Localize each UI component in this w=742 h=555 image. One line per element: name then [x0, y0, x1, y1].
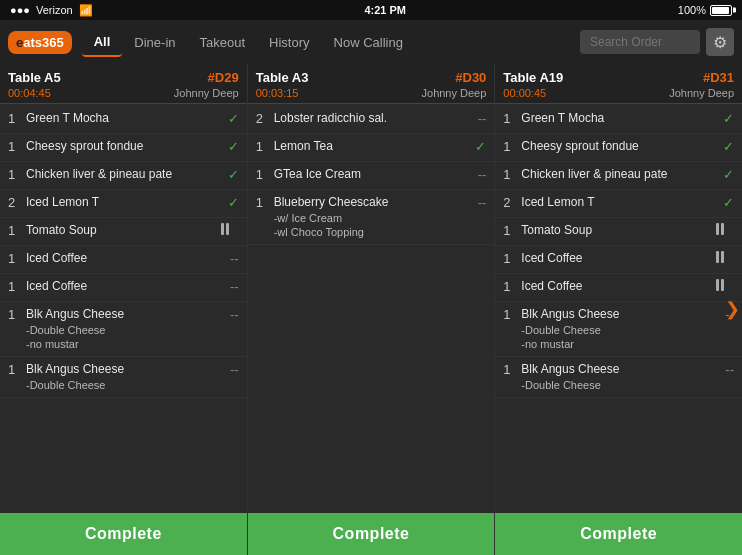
sub-line: -Double Cheese	[26, 323, 217, 337]
order-server-0: Johnny Deep	[174, 87, 239, 99]
status-check-icon: ✓	[716, 139, 734, 154]
item-qty: 1	[503, 139, 517, 154]
gear-button[interactable]: ⚙	[706, 28, 734, 56]
wifi-icon: 📶	[79, 4, 93, 17]
order-time-0: 00:04:45	[8, 87, 51, 99]
order-id-1: #D30	[455, 70, 486, 85]
battery-percent: 100%	[678, 4, 706, 16]
table-row: 1 Iced Coffee --	[0, 274, 247, 302]
table-row: 2 Iced Lemon T ✓	[0, 190, 247, 218]
item-qty: 1	[256, 167, 270, 182]
sub-line: -wl Choco Topping	[274, 225, 465, 239]
table-row: 2 Lobster radicchio sal. --	[248, 106, 495, 134]
logo-text: e	[16, 35, 23, 50]
table-row: 1 Blk Angus Cheese-Double Cheese --	[0, 357, 247, 398]
sub-line: -no mustar	[521, 337, 712, 351]
status-pause-icon	[716, 251, 734, 263]
status-check-icon: ✓	[468, 139, 486, 154]
table-row: 1 Green T Mocha ✓	[495, 106, 742, 134]
item-name: Lemon Tea	[274, 139, 465, 155]
status-check-icon: ✓	[716, 167, 734, 182]
order-col-2: Table A19 #D31 00:00:45 Johnny Deep 1 Gr…	[495, 64, 742, 555]
status-check-icon: ✓	[716, 111, 734, 126]
item-name: Cheesy sprout fondue	[521, 139, 712, 155]
item-name: GTea Ice Cream	[274, 167, 465, 183]
item-qty: 2	[503, 195, 517, 210]
item-qty: 1	[503, 279, 517, 294]
table-row: 1 GTea Ice Cream --	[248, 162, 495, 190]
table-row: 1 Cheesy sprout fondue ✓	[495, 134, 742, 162]
sub-line: -Double Cheese	[521, 323, 712, 337]
complete-button-1[interactable]: Complete	[248, 513, 495, 555]
tab-all[interactable]: All	[82, 28, 123, 57]
item-qty: 1	[503, 223, 517, 238]
item-name: Iced Lemon T	[521, 195, 712, 211]
items-list-2: 1 Green T Mocha ✓ 1 Cheesy sprout fondue…	[495, 104, 742, 513]
item-name: Tomato Soup	[521, 223, 712, 239]
order-col-1: Table A3 #D30 00:03:15 Johnny Deep 2 Lob…	[248, 64, 495, 555]
item-qty: 1	[8, 139, 22, 154]
order-header-0: Table A5 #D29 00:04:45 Johnny Deep	[0, 64, 247, 104]
table-row: 1 Blk Angus Cheese-Double Cheese --	[495, 357, 742, 398]
order-server-1: Johnny Deep	[422, 87, 487, 99]
status-bar: ●●● Verizon 📶 4:21 PM 100%	[0, 0, 742, 20]
order-header-2: Table A19 #D31 00:00:45 Johnny Deep	[495, 64, 742, 104]
sub-line: -no mustar	[26, 337, 217, 351]
table-name-0: Table A5	[8, 70, 61, 85]
status-check-icon: ✓	[221, 111, 239, 126]
status-right: 100%	[678, 4, 732, 16]
status-check-icon: ✓	[221, 139, 239, 154]
item-name: Blk Angus Cheese-Double Cheese	[26, 362, 217, 392]
table-row: 1 Lemon Tea ✓	[248, 134, 495, 162]
table-row: 1 Tomato Soup	[0, 218, 247, 246]
table-row: 1 Blk Angus Cheese-Double Cheese-no must…	[495, 302, 742, 357]
sub-line: -w/ Ice Cream	[274, 211, 465, 225]
table-name-2: Table A19	[503, 70, 563, 85]
status-check-icon: ✓	[221, 167, 239, 182]
tab-takeout[interactable]: Takeout	[188, 29, 258, 56]
carrier-label: Verizon	[36, 4, 73, 16]
status-dash-icon: --	[716, 362, 734, 377]
order-server-2: Johnny Deep	[669, 87, 734, 99]
tab-dinein[interactable]: Dine-in	[122, 29, 187, 56]
status-check-icon: ✓	[221, 195, 239, 210]
item-qty: 1	[8, 251, 22, 266]
item-qty: 1	[503, 111, 517, 126]
item-qty: 1	[256, 139, 270, 154]
order-time-1: 00:03:15	[256, 87, 299, 99]
item-name: Tomato Soup	[26, 223, 217, 239]
table-row: 1 Chicken liver & pineau pate ✓	[0, 162, 247, 190]
item-qty: 2	[8, 195, 22, 210]
complete-button-0[interactable]: Complete	[0, 513, 247, 555]
tab-nowcalling[interactable]: Now Calling	[322, 29, 415, 56]
item-name: Green T Mocha	[26, 111, 217, 127]
item-qty: 1	[503, 167, 517, 182]
item-name: Chicken liver & pineau pate	[521, 167, 712, 183]
items-list-0: 1 Green T Mocha ✓ 1 Cheesy sprout fondue…	[0, 104, 247, 513]
item-qty: 1	[8, 111, 22, 126]
status-dash-icon: --	[221, 279, 239, 294]
table-row: 1 Iced Coffee	[495, 246, 742, 274]
item-name: Iced Coffee	[26, 251, 217, 267]
tab-history[interactable]: History	[257, 29, 321, 56]
order-time-2: 00:00:45	[503, 87, 546, 99]
item-name: Lobster radicchio sal.	[274, 111, 465, 127]
item-qty: 1	[503, 362, 517, 377]
status-check-icon: ✓	[716, 195, 734, 210]
order-header-1: Table A3 #D30 00:03:15 Johnny Deep	[248, 64, 495, 104]
sub-line: -Double Cheese	[26, 378, 217, 392]
order-id-0: #D29	[208, 70, 239, 85]
status-dash-icon: --	[468, 167, 486, 182]
status-time: 4:21 PM	[364, 4, 406, 16]
table-row: 1 Tomato Soup	[495, 218, 742, 246]
item-qty: 1	[8, 307, 22, 322]
item-qty: 1	[8, 279, 22, 294]
sub-line: -Double Cheese	[521, 378, 712, 392]
item-name: Chicken liver & pineau pate	[26, 167, 217, 183]
search-area: ⚙	[580, 28, 734, 56]
search-input[interactable]	[580, 30, 700, 54]
item-name: Green T Mocha	[521, 111, 712, 127]
battery-icon	[710, 5, 732, 16]
table-row: 1 Iced Coffee --	[0, 246, 247, 274]
complete-button-2[interactable]: Complete	[495, 513, 742, 555]
